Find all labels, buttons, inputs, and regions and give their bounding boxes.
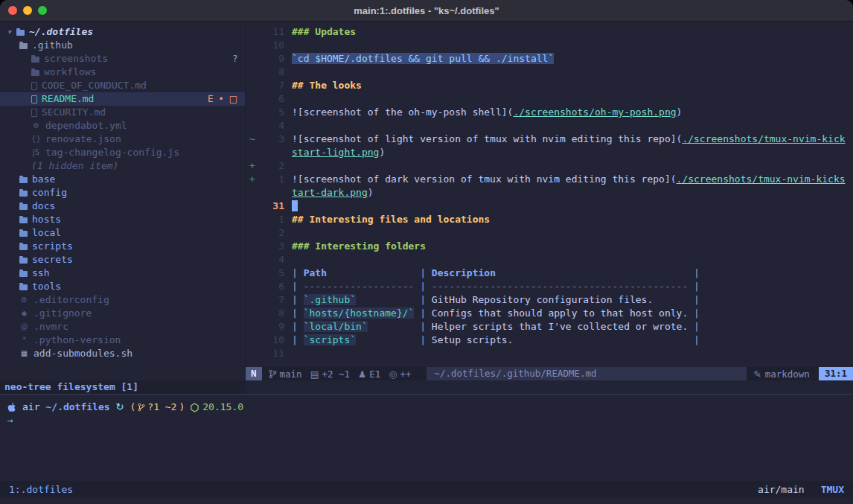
diagnostics-icon: ♟	[358, 369, 366, 380]
editor-line[interactable]: 8| `hosts/{hostname}/` | Configs that sh…	[246, 307, 853, 320]
gutter: 10	[246, 39, 284, 52]
expander-icon[interactable]: ▾	[7, 25, 16, 39]
editor-line[interactable]: start-light.png)	[246, 146, 853, 159]
line-content	[284, 66, 292, 79]
tree-item-tools[interactable]: tools	[0, 280, 245, 293]
link-text[interactable]: ./screenshots/oh-my-posh.png	[513, 106, 676, 118]
link-text[interactable]: start-light.png	[292, 147, 379, 158]
git-sign: +	[246, 173, 258, 186]
editor-line[interactable]: 7## The looks	[246, 79, 853, 92]
node-version: 20.15.0	[202, 401, 243, 414]
editor-line[interactable]: 9`cd $HOME/.dotfiles && git pull && ./in…	[246, 52, 853, 66]
zoom-button[interactable]	[38, 6, 47, 15]
text-segment: |	[694, 281, 700, 292]
tree-item-1-hidden-item[interactable]: (1 hidden item)	[0, 159, 245, 173]
editor-line[interactable]: 7| `.github` | GitHub Repository configu…	[246, 293, 853, 307]
tree-item-dotfiles[interactable]: ▾~/.dotfiles	[0, 25, 245, 39]
tree-item-screenshots[interactable]: screenshots?	[0, 52, 245, 66]
tree-item-local[interactable]: local	[0, 226, 245, 240]
link-text[interactable]: tart-dark.png	[292, 187, 368, 198]
file-icon	[31, 82, 37, 90]
tree-item-readme-md[interactable]: README.mdE•□	[0, 92, 245, 106]
minimize-button[interactable]	[23, 6, 32, 15]
editor-line[interactable]: 2	[246, 226, 853, 240]
editor-line[interactable]: 6	[246, 92, 853, 106]
tree-item-docs[interactable]: docs	[0, 200, 245, 213]
editor-line[interactable]: 31	[246, 200, 853, 213]
line-number: 11	[258, 347, 284, 360]
editor-line[interactable]: 3### Interesting folders	[246, 240, 853, 253]
editor-buffer[interactable]: 11### Updates109`cd $HOME/.dotfiles && g…	[246, 21, 853, 367]
tree-item-scripts[interactable]: scripts	[0, 240, 245, 253]
tree-item-hosts[interactable]: hosts	[0, 213, 245, 226]
git-sign	[246, 253, 258, 267]
line-content: ### Interesting folders	[284, 240, 426, 253]
editor-line[interactable]: 8	[246, 66, 853, 79]
tree-item-tag-changelog-config-js[interactable]: JStag-changelog-config.js	[0, 146, 245, 159]
line-number: 9	[258, 320, 284, 334]
command-line[interactable]	[246, 380, 853, 394]
git-sign	[246, 213, 258, 226]
editor-line[interactable]: +1![screenshot of dark version of tmux w…	[246, 173, 853, 186]
editor-line[interactable]: 1## Interesting files and locations	[246, 213, 853, 226]
editor-line[interactable]: 11	[246, 347, 853, 360]
tree-item-security-md[interactable]: SECURITY.md	[0, 106, 245, 119]
tree-item-workflows[interactable]: workflows	[0, 66, 245, 79]
diagnostics-count: E1	[369, 369, 380, 380]
tree-item-editorconfig[interactable]: ⚙.editorconfig	[0, 293, 245, 307]
tree-item-label: .gitignore	[33, 307, 92, 320]
git-status-badges: ?	[233, 52, 245, 66]
tmux-window-tab[interactable]: 1:.dotfiles	[9, 484, 73, 495]
tree-item-ssh[interactable]: ssh	[0, 267, 245, 280]
folder-open-icon	[19, 43, 28, 49]
prompt-host: air	[22, 401, 39, 414]
tree-item-label: add-submodules.sh	[33, 347, 132, 360]
link-text[interactable]: ./screenshots/tmux-nvim-kicks	[677, 173, 846, 185]
git-sign	[246, 267, 258, 280]
tree-item-gitignore[interactable]: ◆.gitignore	[0, 307, 245, 320]
tree-item-renovate-json[interactable]: {}renovate.json	[0, 133, 245, 146]
editor-line[interactable]: 6| ------------------- | ---------------…	[246, 280, 853, 293]
folder-icon	[19, 204, 28, 210]
editor-line[interactable]: 9| `local/bin` | Helper scripts that I'v…	[246, 320, 853, 334]
tree-item-python-version[interactable]: *.python-version	[0, 334, 245, 347]
tree-item-label: (1 hidden item)	[31, 159, 118, 173]
diff-segment: ▤ +2 ~1	[310, 369, 350, 380]
editor-line[interactable]: ~3![screenshot of light version of tmux …	[246, 133, 853, 146]
git-sign	[246, 293, 258, 307]
tree-item-base[interactable]: base	[0, 173, 245, 186]
editor-line[interactable]: 10| `scripts` | Setup scripts. |	[246, 334, 853, 347]
tree-item-code-of-conduct-md[interactable]: CODE_OF_CONDUCT.md	[0, 79, 245, 92]
text-segment: |	[292, 334, 304, 345]
tree-item-dependabot-yml[interactable]: ⚙dependabot.yml	[0, 119, 245, 133]
editor-line[interactable]: 5![screenshot of the oh-my-posh shell](.…	[246, 106, 853, 119]
editor-line[interactable]: 10	[246, 39, 853, 52]
shell-input-line[interactable]: →	[7, 414, 853, 427]
tree-item-config[interactable]: config	[0, 186, 245, 200]
link-text[interactable]: ./screenshots/tmux-nvim-kick	[682, 133, 845, 144]
close-button[interactable]	[8, 6, 17, 15]
text-segment	[356, 334, 420, 345]
tree-item-github[interactable]: .github	[0, 39, 245, 52]
editor-line[interactable]: 4	[246, 119, 853, 133]
editor-line[interactable]: tart-dark.png)	[246, 186, 853, 200]
line-number: 3	[258, 133, 284, 146]
tree-item-label: tag-changelog-config.js	[45, 146, 179, 159]
text-segment: Helper scripts that I've collected or wr…	[432, 321, 694, 332]
editor-line[interactable]: 5| Path | Description |	[246, 267, 853, 280]
gutter: 4	[246, 119, 284, 133]
folder-icon	[16, 30, 25, 36]
shell-pane[interactable]: air ~/.dotfiles ↻ (?1 ~2) 20.15.0 →	[0, 394, 853, 479]
git-sign	[246, 307, 258, 320]
file-type-icon: *	[19, 334, 29, 347]
editor-line[interactable]: 4	[246, 253, 853, 267]
editor-line[interactable]: 11### Updates	[246, 25, 853, 39]
git-branch-name: main	[280, 369, 302, 380]
gutter: 6	[246, 280, 284, 293]
editor-line[interactable]: +2	[246, 159, 853, 173]
tree-item-secrets[interactable]: secrets	[0, 253, 245, 267]
tree-item-nvmrc[interactable]: @.nvmrc	[0, 320, 245, 334]
text-segment: ![screenshot of the oh-my-posh shell](	[292, 106, 513, 118]
tree-item-label: README.md	[42, 92, 94, 106]
tree-item-add-submodules-sh[interactable]: ▦add-submodules.sh	[0, 347, 245, 360]
